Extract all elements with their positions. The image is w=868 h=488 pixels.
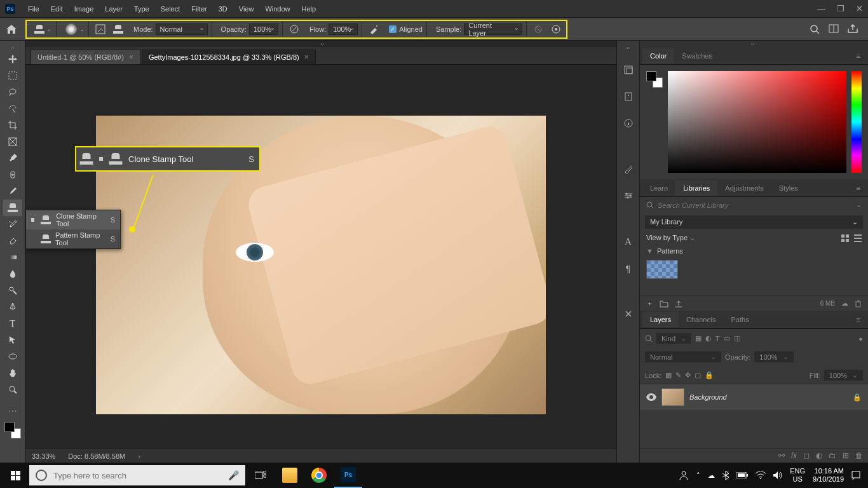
add-icon[interactable]: ＋ xyxy=(646,299,653,308)
hue-slider[interactable] xyxy=(851,71,862,173)
sample-select[interactable]: Current Layer xyxy=(464,24,522,35)
menu-window[interactable]: Window xyxy=(260,3,295,15)
doc-tab-1[interactable]: Untitled-1 @ 50% (RGB/8#) × xyxy=(31,50,140,64)
brush-settings-icon[interactable] xyxy=(621,188,636,203)
tray-bluetooth-icon[interactable] xyxy=(722,471,729,480)
tab-styles[interactable]: Styles xyxy=(771,180,806,196)
status-more[interactable]: › xyxy=(138,452,140,460)
close-icon[interactable]: × xyxy=(129,53,133,62)
airbrush-icon[interactable] xyxy=(367,23,380,36)
shape-tool[interactable] xyxy=(3,348,22,365)
tray-lang1[interactable]: ENG xyxy=(790,467,805,475)
menu-type[interactable]: Type xyxy=(129,3,154,15)
pen-tool[interactable] xyxy=(3,299,22,315)
tab-swatches[interactable]: Swatches xyxy=(674,48,720,64)
properties-icon[interactable] xyxy=(621,89,636,104)
flow-input[interactable]: 100% xyxy=(329,24,358,35)
panel-menu-icon[interactable]: ≡ xyxy=(851,184,865,192)
lib-search[interactable]: ⌄ xyxy=(640,197,868,213)
taskbar-explorer[interactable] xyxy=(276,463,304,488)
layer-name[interactable]: Background xyxy=(689,393,848,401)
menu-file[interactable]: File xyxy=(23,3,44,15)
menu-view[interactable]: View xyxy=(234,3,259,15)
tool-preset-icon[interactable] xyxy=(34,25,44,34)
search-icon[interactable] xyxy=(810,24,820,34)
patterns-section[interactable]: ▼ Patterns xyxy=(640,245,868,257)
collapse-tabs[interactable]: ‹‹ xyxy=(25,41,616,47)
search-icon[interactable] xyxy=(645,335,653,342)
opacity-input[interactable]: 100% xyxy=(249,24,278,35)
arrange-docs-icon[interactable] xyxy=(829,24,839,34)
canvas-viewport[interactable]: Clone Stamp Tool S xyxy=(25,65,616,449)
group-icon[interactable]: 🗀 xyxy=(829,451,836,460)
collapse-panels[interactable]: ›› xyxy=(640,41,868,47)
close-button[interactable]: ✕ xyxy=(856,4,863,13)
lock-pos-icon[interactable]: ✥ xyxy=(685,371,691,379)
tab-channels[interactable]: Channels xyxy=(679,312,723,327)
brush-preview[interactable] xyxy=(65,24,77,35)
clone-stamp-tool[interactable] xyxy=(3,200,22,216)
lock-brush-icon[interactable]: ✎ xyxy=(675,371,681,379)
visibility-icon[interactable] xyxy=(646,393,656,401)
zoom-tool[interactable] xyxy=(3,381,22,398)
edit-toolbar[interactable]: ⋯ xyxy=(3,403,22,419)
cloud-icon[interactable]: ☁ xyxy=(841,299,848,308)
brush-tool[interactable] xyxy=(3,183,22,200)
crop-tool[interactable] xyxy=(3,117,22,133)
taskbar-search-input[interactable] xyxy=(53,471,222,480)
layer-opacity-input[interactable]: 100%⌄ xyxy=(754,351,793,362)
list-view-icon[interactable] xyxy=(854,234,862,242)
clone-source-icon[interactable] xyxy=(112,23,125,36)
menu-help[interactable]: Help xyxy=(297,3,322,15)
menu-layer[interactable]: Layer xyxy=(100,3,128,15)
menu-image[interactable]: Image xyxy=(69,3,99,15)
gradient-tool[interactable] xyxy=(3,249,22,266)
ignore-adjustment-icon[interactable] xyxy=(532,23,545,36)
frame-tool[interactable] xyxy=(3,133,22,150)
trash-icon[interactable]: 🗑 xyxy=(855,451,863,460)
lock-all-icon[interactable]: 🔒 xyxy=(705,371,714,379)
menu-edit[interactable]: Edit xyxy=(46,3,68,15)
mask-icon[interactable]: ◻ xyxy=(803,451,810,460)
filter-shape-icon[interactable]: ▭ xyxy=(724,334,730,342)
healing-tool[interactable] xyxy=(3,166,22,183)
menu-filter[interactable]: Filter xyxy=(186,3,212,15)
link-icon[interactable]: ⚯ xyxy=(778,451,785,460)
layer-row-background[interactable]: Background 🔒 xyxy=(640,384,868,410)
upload-icon[interactable] xyxy=(675,300,682,308)
lasso-tool[interactable] xyxy=(3,84,22,100)
tray-notifications-icon[interactable] xyxy=(851,471,860,480)
marquee-tool[interactable] xyxy=(3,67,22,84)
paragraph-icon[interactable]: ¶ xyxy=(621,261,636,276)
collapse-mini[interactable]: ‹‹ xyxy=(616,44,641,51)
filter-toggle[interactable]: ● xyxy=(858,335,863,342)
view-by-label[interactable]: View by Type xyxy=(646,234,688,241)
doc-size[interactable]: Doc: 8.58M/8.58M xyxy=(68,452,125,460)
history-brush-tool[interactable] xyxy=(3,216,22,233)
hand-tool[interactable] xyxy=(3,365,22,381)
tray-wifi-icon[interactable] xyxy=(756,471,766,479)
tray-clock[interactable]: 10:16 AM 9/10/2019 xyxy=(813,467,844,484)
lib-search-input[interactable] xyxy=(658,201,852,209)
restore-button[interactable]: ❐ xyxy=(837,4,844,13)
minimize-button[interactable]: — xyxy=(817,4,825,13)
tab-layers[interactable]: Layers xyxy=(642,312,679,327)
tab-paths[interactable]: Paths xyxy=(724,312,757,327)
adjustment-icon[interactable]: ◐ xyxy=(816,451,822,460)
start-button[interactable] xyxy=(3,463,28,488)
dodge-tool[interactable] xyxy=(3,282,22,299)
tab-color[interactable]: Color xyxy=(642,48,674,64)
blur-tool[interactable] xyxy=(3,266,22,282)
tray-up-icon[interactable]: ˄ xyxy=(696,471,700,480)
zoom-level[interactable]: 33.33% xyxy=(32,452,55,460)
color-field[interactable] xyxy=(668,71,846,173)
filter-adjust-icon[interactable]: ◐ xyxy=(705,334,712,342)
menu-select[interactable]: Select xyxy=(156,3,186,15)
close-icon[interactable]: × xyxy=(304,53,309,62)
tray-lang2[interactable]: US xyxy=(790,475,805,484)
doc-tab-2[interactable]: GettyImages-1012558334.jpg @ 33.3% (RGB/… xyxy=(142,50,316,64)
flyout-clone-stamp[interactable]: Clone Stamp Tool S xyxy=(26,210,120,229)
filter-smart-icon[interactable]: ◫ xyxy=(734,334,740,342)
share-icon[interactable] xyxy=(848,24,858,34)
type-tool[interactable]: T xyxy=(3,315,22,332)
